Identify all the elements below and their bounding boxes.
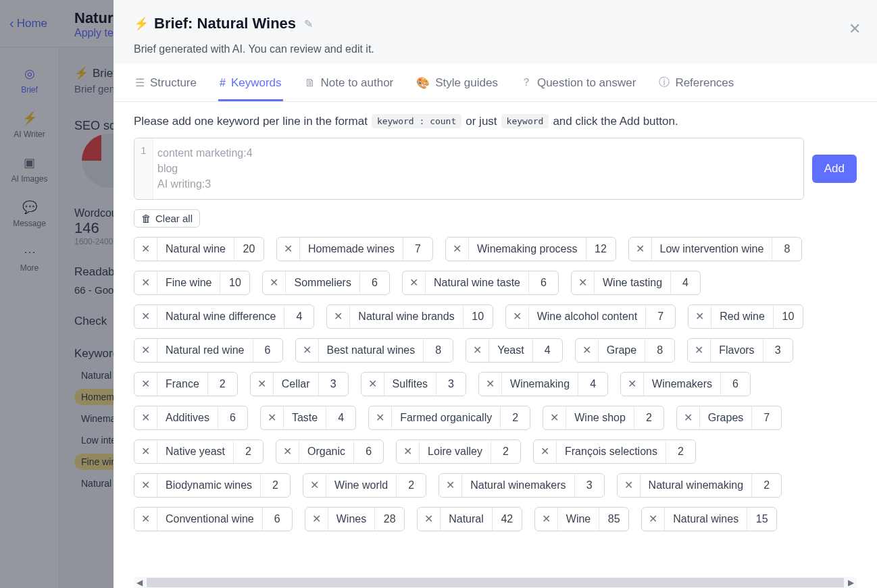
tab-structure[interactable]: ☰ Structure <box>134 76 198 101</box>
remove-keyword-button[interactable]: ✕ <box>305 508 328 531</box>
keyword-count[interactable]: 2 <box>751 474 781 497</box>
remove-keyword-button[interactable]: ✕ <box>327 305 350 328</box>
remove-keyword-button[interactable]: ✕ <box>369 406 392 429</box>
keyword-count[interactable]: 10 <box>773 305 803 328</box>
keyword-count[interactable]: 6 <box>218 406 247 429</box>
remove-keyword-button[interactable]: ✕ <box>134 271 157 294</box>
keyword-count[interactable]: 6 <box>528 271 558 294</box>
remove-keyword-button[interactable]: ✕ <box>251 373 274 396</box>
remove-keyword-button[interactable]: ✕ <box>276 440 299 463</box>
remove-keyword-button[interactable]: ✕ <box>466 339 489 362</box>
keyword-count[interactable]: 4 <box>670 271 700 294</box>
keyword-tag: ✕Loire valley2 <box>396 439 521 464</box>
remove-keyword-button[interactable]: ✕ <box>618 474 641 497</box>
trash-icon: 🗑 <box>141 213 151 224</box>
keyword-count[interactable]: 3 <box>574 474 604 497</box>
keyword-count[interactable]: 2 <box>396 474 426 497</box>
keyword-count[interactable]: 6 <box>353 440 383 463</box>
remove-keyword-button[interactable]: ✕ <box>303 474 326 497</box>
remove-keyword-button[interactable]: ✕ <box>134 440 157 463</box>
keyword-count[interactable]: 3 <box>763 339 793 362</box>
tab-style[interactable]: 🎨 Style guides <box>415 76 499 101</box>
keyword-count[interactable]: 8 <box>645 339 674 362</box>
keyword-count[interactable]: 20 <box>234 238 264 261</box>
keyword-count[interactable]: 7 <box>751 406 781 429</box>
keyword-count[interactable]: 8 <box>772 238 801 261</box>
remove-keyword-button[interactable]: ✕ <box>446 238 469 261</box>
keyword-count[interactable]: 28 <box>374 508 404 531</box>
keyword-count[interactable]: 2 <box>233 440 263 463</box>
keyword-count[interactable]: 3 <box>318 373 348 396</box>
remove-keyword-button[interactable]: ✕ <box>439 474 462 497</box>
keyword-count[interactable]: 10 <box>463 305 493 328</box>
keyword-textarea[interactable]: 1 content marketing:4 blog AI writing:3 <box>134 138 804 200</box>
tab-keywords[interactable]: # Keywords <box>218 76 283 101</box>
keyword-count[interactable]: 2 <box>500 406 530 429</box>
keyword-count[interactable]: 2 <box>491 440 520 463</box>
scroll-left-icon[interactable]: ◀ <box>134 578 145 587</box>
keyword-count[interactable]: 10 <box>220 271 249 294</box>
remove-keyword-button[interactable]: ✕ <box>361 373 384 396</box>
keyword-count[interactable]: 7 <box>403 238 432 261</box>
keyword-count[interactable]: 6 <box>359 271 389 294</box>
modal-tabs: ☰ Structure # Keywords 🗎 Note to author … <box>114 63 877 102</box>
remove-keyword-button[interactable]: ✕ <box>296 339 319 362</box>
remove-keyword-button[interactable]: ✕ <box>263 271 286 294</box>
tab-question[interactable]: ？ Question to answer <box>520 76 637 101</box>
keyword-count[interactable]: 2 <box>260 474 290 497</box>
remove-keyword-button[interactable]: ✕ <box>688 339 711 362</box>
remove-keyword-button[interactable]: ✕ <box>535 508 558 531</box>
keyword-count[interactable]: 4 <box>532 339 562 362</box>
remove-keyword-button[interactable]: ✕ <box>572 271 595 294</box>
tab-note[interactable]: 🗎 Note to author <box>303 76 395 101</box>
tab-references[interactable]: ⓘ References <box>657 76 735 101</box>
keyword-count[interactable]: 4 <box>578 373 607 396</box>
remove-keyword-button[interactable]: ✕ <box>642 508 665 531</box>
remove-keyword-button[interactable]: ✕ <box>629 238 652 261</box>
remove-keyword-button[interactable]: ✕ <box>134 474 157 497</box>
remove-keyword-button[interactable]: ✕ <box>506 305 529 328</box>
remove-keyword-button[interactable]: ✕ <box>397 440 420 463</box>
remove-keyword-button[interactable]: ✕ <box>134 508 157 531</box>
keyword-count[interactable]: 3 <box>436 373 466 396</box>
remove-keyword-button[interactable]: ✕ <box>403 271 426 294</box>
keyword-tag: ✕Best natural wines8 <box>295 338 454 363</box>
scroll-right-icon[interactable]: ▶ <box>845 578 857 587</box>
remove-keyword-button[interactable]: ✕ <box>677 406 700 429</box>
remove-keyword-button[interactable]: ✕ <box>534 440 557 463</box>
remove-keyword-button[interactable]: ✕ <box>543 406 566 429</box>
scroll-track[interactable] <box>147 578 844 587</box>
remove-keyword-button[interactable]: ✕ <box>688 305 711 328</box>
keyword-count[interactable]: 7 <box>645 305 675 328</box>
remove-keyword-button[interactable]: ✕ <box>134 305 157 328</box>
remove-keyword-button[interactable]: ✕ <box>261 406 284 429</box>
remove-keyword-button[interactable]: ✕ <box>418 508 441 531</box>
clear-all-button[interactable]: 🗑 Clear all <box>134 209 200 228</box>
keyword-count[interactable]: 2 <box>634 406 663 429</box>
remove-keyword-button[interactable]: ✕ <box>134 238 157 261</box>
remove-keyword-button[interactable]: ✕ <box>277 238 300 261</box>
keyword-count[interactable]: 6 <box>262 508 292 531</box>
keyword-count[interactable]: 6 <box>720 373 750 396</box>
keyword-count[interactable]: 4 <box>326 406 355 429</box>
remove-keyword-button[interactable]: ✕ <box>479 373 502 396</box>
remove-keyword-button[interactable]: ✕ <box>576 339 599 362</box>
add-button[interactable]: Add <box>812 155 857 183</box>
keyword-count[interactable]: 85 <box>599 508 628 531</box>
keyword-count[interactable]: 42 <box>492 508 522 531</box>
edit-title-button[interactable]: ✎ <box>304 18 313 30</box>
keyword-count[interactable]: 2 <box>666 440 695 463</box>
keyword-count[interactable]: 6 <box>253 339 282 362</box>
keyword-count[interactable]: 2 <box>207 373 237 396</box>
remove-keyword-button[interactable]: ✕ <box>134 406 157 429</box>
remove-keyword-button[interactable]: ✕ <box>621 373 644 396</box>
remove-keyword-button[interactable]: ✕ <box>134 339 157 362</box>
keyword-count[interactable]: 15 <box>747 508 776 531</box>
keyword-count[interactable]: 4 <box>284 305 314 328</box>
keyword-count[interactable]: 8 <box>423 339 453 362</box>
close-button[interactable]: ✕ <box>849 20 861 38</box>
horizontal-scrollbar[interactable]: ◀ ▶ <box>134 577 857 588</box>
list-icon: ☰ <box>135 76 145 89</box>
remove-keyword-button[interactable]: ✕ <box>134 373 157 396</box>
keyword-count[interactable]: 12 <box>586 238 616 261</box>
